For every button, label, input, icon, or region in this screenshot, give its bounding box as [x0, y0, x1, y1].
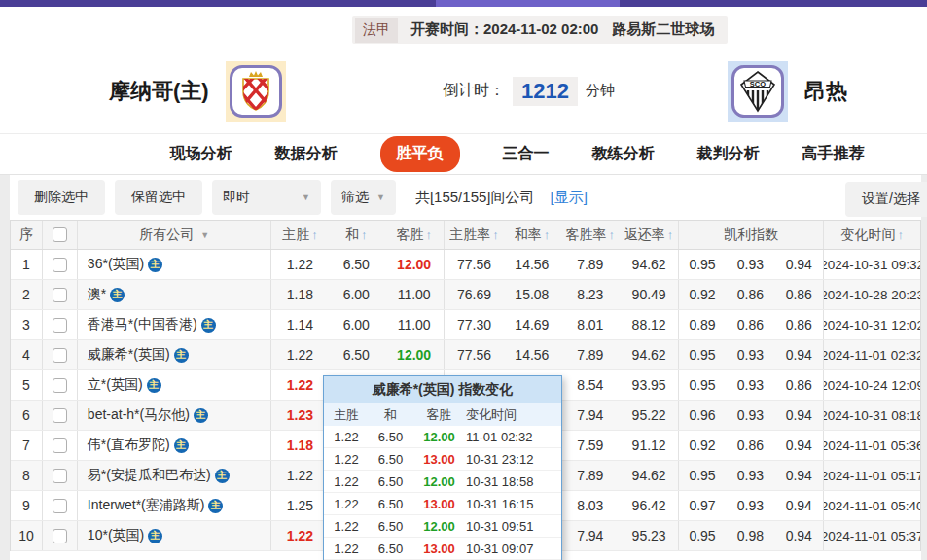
company-cell[interactable]: 澳*主 — [77, 280, 271, 309]
popup-home: 1.22 — [324, 519, 369, 534]
live-odds-select[interactable]: 即时 ▼ — [212, 180, 321, 215]
row-index: 2 — [11, 280, 42, 309]
rate-value: 91.12 — [621, 431, 678, 460]
rate-value: 8.03 — [560, 491, 621, 520]
company-name: Interwet*(塞浦路斯) — [88, 497, 205, 514]
rate-value: 14.69 — [504, 310, 560, 339]
company-cell[interactable]: bet-at-h*(马尔他)主 — [77, 401, 271, 430]
col-header-9[interactable]: 返还率↑ — [621, 221, 678, 249]
popup-away: 13.00 — [412, 452, 466, 467]
row-checkbox[interactable] — [53, 378, 67, 393]
col-header-7[interactable]: 和率↑ — [504, 221, 560, 249]
row-checkbox[interactable] — [53, 438, 67, 453]
away-team-logo: SCO — [728, 61, 788, 122]
row-checkbox-cell — [42, 340, 77, 369]
company-cell[interactable]: 10*(英国)主 — [77, 521, 271, 550]
delete-selected-button[interactable]: 删除选中 — [18, 180, 105, 215]
col-header-label: 客胜 — [396, 227, 423, 244]
popup-home: 1.22 — [324, 474, 369, 489]
keep-selected-button[interactable]: 保留选中 — [115, 180, 202, 215]
odds-draw: 6.00 — [328, 280, 384, 309]
filter-caret-icon: ▼ — [200, 230, 209, 240]
tab-5[interactable]: 裁判分析 — [697, 144, 760, 164]
kelly-value: 0.86 — [726, 310, 774, 339]
odds-home: 1.22 — [270, 250, 328, 279]
chevron-down-icon: ▼ — [376, 192, 385, 202]
row-checkbox[interactable] — [53, 499, 67, 513]
odds-home: 1.22 — [270, 461, 328, 490]
row-checkbox[interactable] — [53, 529, 67, 543]
tab-3[interactable]: 三合一 — [503, 144, 550, 164]
filter-select[interactable]: 筛选 ▼ — [331, 180, 396, 215]
popup-time: 10-31 09:51 — [466, 519, 559, 534]
rate-value: 93.95 — [621, 370, 678, 400]
odds-home: 1.14 — [270, 310, 328, 339]
row-checkbox-cell — [42, 280, 77, 309]
col-header-8[interactable]: 客胜率↑ — [560, 221, 621, 249]
row-checkbox[interactable] — [53, 408, 67, 423]
kelly-value: 0.94 — [774, 250, 823, 279]
company-cell[interactable]: 威廉希*(英国)主 — [77, 340, 271, 369]
col-header-4[interactable]: 和↑ — [328, 221, 384, 249]
home-team-logo — [226, 61, 286, 122]
col-header-label: 序 — [19, 227, 33, 244]
table-row: 2澳*主1.186.0011.0076.6915.088.2390.490.92… — [11, 280, 920, 310]
popup-away: 13.00 — [412, 542, 466, 556]
kelly-value: 0.93 — [726, 401, 774, 430]
company-cell[interactable]: 伟*(直布罗陀)主 — [77, 431, 271, 460]
table-row: 3香港马*(中国香港)主1.146.0011.0077.3014.698.018… — [11, 310, 920, 340]
row-index: 7 — [11, 431, 42, 460]
company-cell[interactable]: Interwet*(塞浦路斯)主 — [77, 491, 271, 520]
rate-value: 7.89 — [560, 340, 621, 369]
table-header-row: 序所有公司▼主胜↑和↑客胜↑主胜率↑和率↑客胜率↑返还率↑凯利指数变化时间↑ — [11, 221, 920, 250]
tab-4[interactable]: 教练分析 — [592, 144, 655, 164]
company-count-text: 共[155/155]间公司 — [415, 189, 535, 207]
tab-2[interactable]: 胜平负 — [380, 136, 460, 172]
rate-value: 94.62 — [621, 340, 678, 369]
col-header-5[interactable]: 客胜↑ — [384, 221, 444, 249]
table-row: 4威廉希*(英国)主1.226.5012.0077.5614.567.8994.… — [11, 340, 920, 370]
row-checkbox-cell — [42, 370, 77, 400]
popup-away: 13.00 — [412, 497, 466, 511]
row-checkbox[interactable] — [53, 258, 67, 272]
rate-value: 90.49 — [621, 280, 678, 309]
kelly-value: 0.93 — [726, 250, 774, 279]
row-checkbox[interactable] — [53, 469, 67, 483]
col-header-11[interactable]: 变化时间↑ — [823, 221, 920, 249]
row-checkbox[interactable] — [53, 318, 67, 332]
odds-away: 11.00 — [384, 280, 444, 309]
col-header-3[interactable]: 主胜↑ — [270, 221, 328, 249]
company-cell[interactable]: 易*(安提瓜和巴布达)主 — [77, 461, 271, 490]
company-cell[interactable]: 香港马*(中国香港)主 — [77, 310, 271, 339]
popup-time: 10-31 23:12 — [466, 452, 559, 467]
rate-value: 8.01 — [560, 310, 621, 339]
tab-6[interactable]: 高手推荐 — [802, 144, 865, 164]
show-link[interactable]: [显示] — [550, 189, 587, 207]
col-header-6[interactable]: 主胜率↑ — [444, 221, 504, 249]
col-header-1[interactable] — [42, 221, 77, 249]
row-index: 4 — [11, 340, 42, 369]
sort-asc-icon: ↑ — [492, 228, 499, 242]
odds-home: 1.18 — [270, 431, 328, 460]
popup-row: 1.226.5012.0011-01 02:32 — [324, 426, 561, 448]
row-checkbox[interactable] — [53, 348, 67, 363]
company-name: 易*(安提瓜和巴布达) — [88, 467, 211, 484]
kelly-value: 0.93 — [726, 340, 774, 369]
popup-row: 1.226.5013.0010-31 23:12 — [324, 448, 561, 471]
change-time: 2024-10-24 12:09 — [823, 370, 920, 400]
tab-1[interactable]: 数据分析 — [275, 144, 338, 164]
company-cell[interactable]: 36*(英国)主 — [77, 250, 271, 279]
chevron-down-icon: ▼ — [302, 192, 310, 202]
settings-select-button[interactable]: 设置/选择 — [845, 182, 927, 217]
main-company-badge: 主 — [148, 529, 162, 543]
tab-0[interactable]: 现场分析 — [170, 144, 232, 164]
main-company-badge: 主 — [194, 408, 208, 423]
popup-col-header: 和 — [369, 406, 412, 424]
col-header-2[interactable]: 所有公司▼ — [77, 221, 271, 249]
company-cell[interactable]: 立*(英国)主 — [77, 370, 271, 400]
company-name: 威廉希*(英国) — [88, 346, 170, 364]
popup-draw: 6.50 — [369, 452, 412, 467]
select-all-checkbox[interactable] — [53, 228, 67, 242]
row-checkbox-cell — [42, 431, 77, 460]
row-checkbox[interactable] — [53, 288, 67, 302]
